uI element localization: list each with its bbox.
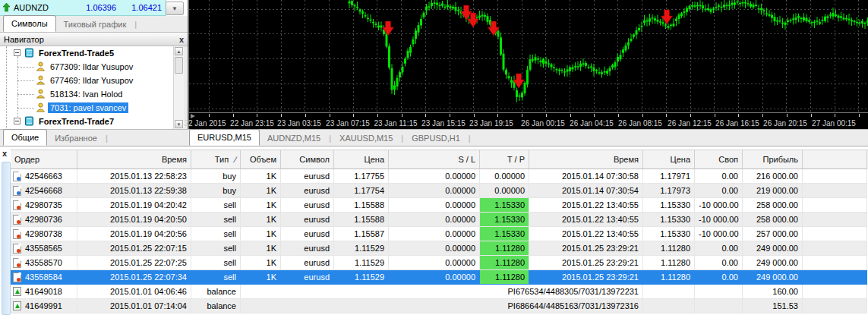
candle-body xyxy=(510,80,513,83)
balance-arrow-icon xyxy=(13,287,21,296)
candle-body xyxy=(590,66,592,68)
header-cell-swap[interactable]: Своп xyxy=(695,150,743,169)
candle-body xyxy=(702,5,704,8)
volume-cell: 1K xyxy=(241,198,281,213)
candle-body xyxy=(402,67,404,73)
tab--[interactable]: Тиковый график xyxy=(56,17,134,32)
tab--[interactable]: Избранное xyxy=(47,131,105,146)
blank-cell xyxy=(803,184,867,198)
header-cell-profit[interactable]: Прибыль xyxy=(743,150,803,169)
candle-body xyxy=(822,20,824,21)
expand-minus-icon[interactable] xyxy=(14,118,21,124)
close-price-cell xyxy=(643,285,695,299)
table-row[interactable]: 416490182015.01.01 04:06:46balancePI6765… xyxy=(11,285,868,299)
balance-comment-cell: PI686644/4485163/7031/13972316 xyxy=(241,299,643,313)
candle-body xyxy=(678,14,680,19)
chart-tab-eurusd-m15[interactable]: EURUSD,M15 xyxy=(189,129,260,146)
table-row[interactable]: 416499912015.01.01 07:14:04balancePI6866… xyxy=(11,299,868,313)
header-cell-type[interactable]: Тип∕ xyxy=(191,150,241,169)
scroll-thumb[interactable] xyxy=(175,57,183,74)
tree-item-account[interactable]: 677309: Ildar Yusupov xyxy=(0,60,173,74)
table-row[interactable]: 425466682015.01.13 22:59:38buy1Keurusd1.… xyxy=(11,184,868,198)
navigator-scrollbar[interactable]: ▲ ▼ xyxy=(173,46,184,129)
order-number: 42546668 xyxy=(25,184,62,198)
table-row[interactable]: 429807362015.01.19 04:20:50sell1Keurusd1… xyxy=(11,213,868,227)
table-row[interactable]: 429807352015.01.19 04:20:42sell1Keurusd1… xyxy=(11,198,868,213)
order-cell: 42980736 xyxy=(11,213,77,227)
header-cell-close_time[interactable]: Время xyxy=(529,150,643,169)
header-cell-sl[interactable]: S / L xyxy=(389,150,480,169)
time-label: 26 Jan 16:15 xyxy=(715,119,759,128)
candle-body xyxy=(771,15,773,18)
axis-tick xyxy=(450,114,450,117)
candle-body xyxy=(760,8,762,10)
market-watch-dropdown-button[interactable]: ▼ xyxy=(166,2,184,15)
table-row[interactable]: 425466632015.01.13 22:58:23buy1Keurusd1.… xyxy=(11,169,868,184)
candle-body xyxy=(636,30,638,35)
header-cell-order[interactable]: Ордер xyxy=(11,150,77,169)
expand-minus-icon[interactable] xyxy=(14,49,21,56)
candle-body xyxy=(521,93,523,97)
market-watch-symbol-cell[interactable]: AUDNZD xyxy=(0,0,77,16)
header-cell-symbol[interactable]: Символ xyxy=(281,150,334,169)
chart-tab-audnzd-m15[interactable]: AUDNZD,M15 xyxy=(260,131,328,146)
blank-cell xyxy=(803,241,867,256)
tab--[interactable]: Символы xyxy=(3,15,56,32)
symbol-cell: eurusd xyxy=(281,256,334,270)
candle-body xyxy=(476,17,478,19)
header-cell-close_price[interactable]: Цена xyxy=(643,150,695,169)
candlestick-chart[interactable] xyxy=(189,0,868,112)
chart-scroll-strip[interactable] xyxy=(189,112,868,119)
table-row[interactable]: 435585702015.01.25 22:07:25sell1Keurusd1… xyxy=(11,256,868,270)
open-time-cell: 2015.01.19 04:20:50 xyxy=(77,213,191,227)
tree-item-account[interactable]: 518134: Ivan Holod xyxy=(0,87,173,101)
table-row[interactable]: 435585652015.01.25 22:07:15sell1Keurusd1… xyxy=(11,241,868,256)
chart-tab-xauusd-m15[interactable]: XAUUSD,M15 xyxy=(332,131,400,146)
close-price-cell: 1.17973 xyxy=(643,184,695,198)
candle-body xyxy=(755,5,757,6)
chart-tabbar: EURUSD,M15AUDNZD,M15|XAUUSD,M15|GBPUSD,H… xyxy=(188,129,868,146)
navigator-close-icon[interactable]: x xyxy=(179,36,184,43)
market-watch-row[interactable]: AUDNZD 1.06396 1.06421 ▼ xyxy=(0,0,188,17)
candle-body xyxy=(859,22,861,24)
header-cell-tp[interactable]: T / P xyxy=(480,150,529,169)
header-cell-blank[interactable] xyxy=(803,150,867,169)
candle-body xyxy=(739,3,741,5)
terminal-close-button[interactable]: x xyxy=(2,150,7,157)
scroll-up-button[interactable]: ▲ xyxy=(175,47,183,55)
candle-body xyxy=(361,11,364,14)
volume-cell: 1K xyxy=(241,256,281,270)
candle-body xyxy=(813,22,816,24)
candle-body xyxy=(404,58,406,63)
table-row[interactable]: 435585842015.01.25 22:07:34sell1Keurusd1… xyxy=(11,270,868,285)
axis-tick xyxy=(522,114,522,117)
chart-window[interactable]: 22 Jan 201522 Jan 23:1523 Jan 03:1523 Ja… xyxy=(188,0,868,129)
candle-body xyxy=(710,9,712,12)
tree-item-account[interactable]: 7031: pavel svancev xyxy=(0,101,173,115)
tree-item-server[interactable]: ForexTrend-Trade7 xyxy=(0,115,173,128)
candle-body xyxy=(452,7,454,8)
close-price-cell: 1.11280 xyxy=(643,256,695,270)
candle-body xyxy=(835,14,837,16)
tree-item-server[interactable]: ForexTrend-Trade5 xyxy=(0,46,173,60)
tree-item-account[interactable]: 677469: Ildar Yusupov xyxy=(0,74,173,87)
blank-cell xyxy=(803,213,867,227)
axis-tick xyxy=(353,114,354,117)
chart-tab-gbpusd-h1[interactable]: GBPUSD,H1 xyxy=(404,131,468,146)
header-cell-open_time[interactable]: Время xyxy=(77,150,191,169)
scroll-down-button[interactable]: ▼ xyxy=(175,120,183,128)
candle-body xyxy=(776,20,778,22)
candle-body xyxy=(526,70,529,84)
table-row[interactable]: 429807382015.01.19 04:20:56sell1Keurusd1… xyxy=(11,227,868,241)
profit-cell: 258 000.00 xyxy=(743,213,803,227)
type-cell: sell xyxy=(191,241,241,256)
order-cell: 42980738 xyxy=(11,227,77,241)
tab--[interactable]: Общие xyxy=(3,129,47,146)
profit-cell: 219 000.00 xyxy=(743,184,803,198)
time-label: 23 Jan 15:15 xyxy=(421,119,466,128)
mt4-window: AUDNZD 1.06396 1.06421 ▼ СимволыТиковый … xyxy=(0,0,868,315)
tab-divider: | xyxy=(329,134,331,143)
header-cell-volume[interactable]: Объем xyxy=(241,150,281,169)
header-cell-open_price[interactable]: Цена xyxy=(334,150,389,169)
axis-tick xyxy=(570,114,571,117)
